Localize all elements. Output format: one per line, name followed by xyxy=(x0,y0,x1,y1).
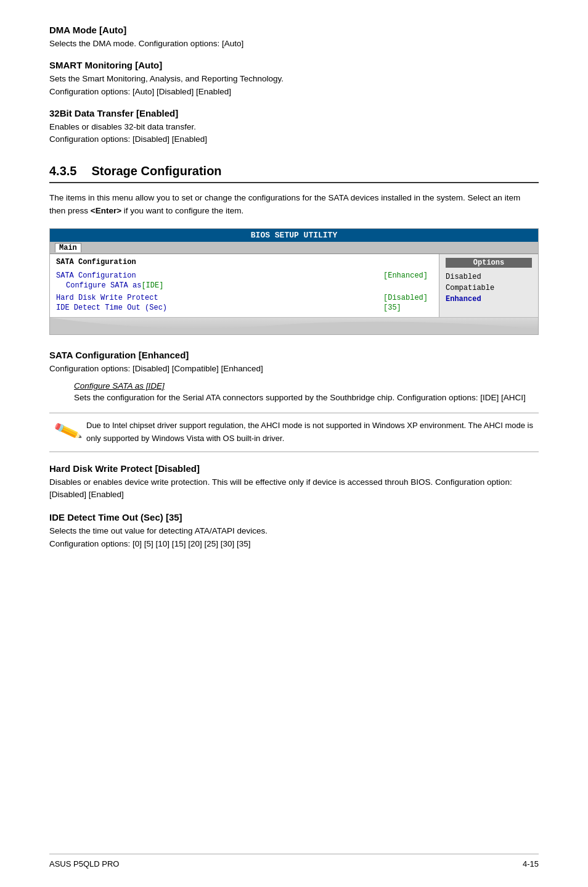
bios-section-header: SATA Configuration xyxy=(56,258,433,266)
bios-main-panel: SATA Configuration SATA Configuration [E… xyxy=(50,254,439,317)
bios-menu-bar: Main xyxy=(50,242,538,254)
bios-value-sata: [Enhanced] xyxy=(383,271,433,280)
note-box: ✏️ Due to Intel chipset driver support r… xyxy=(49,413,539,452)
bios-option-enhanced[interactable]: Enhanced xyxy=(446,294,532,305)
page-footer: ASUS P5QLD PRO 4-15 xyxy=(49,854,539,868)
bios-title: BIOS SETUP UTILITY xyxy=(50,229,538,242)
ide-detect-subsection: IDE Detect Time Out (Sec) [35] Selects t… xyxy=(49,512,539,550)
write-protect-subsection: Hard Disk Write Protect [Disabled] Disab… xyxy=(49,463,539,501)
bios-label-ide-timeout: IDE Detect Time Out (Sec) xyxy=(56,303,383,312)
bios-label-configure-sata: Configure SATA as xyxy=(56,281,141,290)
bios-value-configure-sata: [IDE] xyxy=(141,281,190,290)
bios-main-tab[interactable]: Main xyxy=(55,243,81,252)
note-text: Due to Intel chipset driver support regu… xyxy=(86,419,539,445)
bios-option-compatible[interactable]: Compatiable xyxy=(446,283,532,294)
major-section-header: 4.3.5 Storage Configuration xyxy=(49,164,539,183)
section-number: 4.3.5 xyxy=(49,164,76,178)
footer-left: ASUS P5QLD PRO xyxy=(49,859,119,868)
bios-options-panel: Options Disabled Compatiable Enhanced xyxy=(439,254,538,317)
sata-config-subsection: SATA Configuration [Enhanced] Configurat… xyxy=(49,350,539,405)
32bit-heading: 32Bit Data Transfer [Enabled] xyxy=(49,108,539,118)
bios-label-write-protect: Hard Disk Write Protect xyxy=(56,294,383,302)
smart-monitoring-section: SMART Monitoring [Auto] Sets the Smart M… xyxy=(49,60,539,98)
bios-options-header: Options xyxy=(446,258,532,268)
bios-label-sata: SATA Configuration xyxy=(56,271,383,280)
configure-sata-indent: Sets the configuration for the Serial AT… xyxy=(74,392,539,404)
ide-detect-heading: IDE Detect Time Out (Sec) [35] xyxy=(49,512,539,522)
bios-value-ide-timeout: [35] xyxy=(383,303,433,312)
section-intro: The items in this menu allow you to set … xyxy=(49,192,539,217)
smart-monitoring-text: Sets the Smart Monitoring, Analysis, and… xyxy=(49,73,539,98)
bios-box: BIOS SETUP UTILITY Main SATA Configurati… xyxy=(49,228,539,335)
bios-option-disabled[interactable]: Disabled xyxy=(446,271,532,283)
bios-row-sata-config[interactable]: SATA Configuration [Enhanced] xyxy=(56,271,433,280)
32bit-section: 32Bit Data Transfer [Enabled] Enables or… xyxy=(49,108,539,146)
note-icon: ✏️ xyxy=(49,419,86,443)
bios-row-configure-sata[interactable]: Configure SATA as [IDE] xyxy=(56,281,433,290)
storage-config-major-section: 4.3.5 Storage Configuration The items in… xyxy=(49,164,539,217)
dma-mode-heading: DMA Mode [Auto] xyxy=(49,25,539,35)
bios-body: SATA Configuration SATA Configuration [E… xyxy=(50,254,538,317)
bios-wave-svg xyxy=(50,318,538,334)
ide-detect-text: Selects the time out value for detecting… xyxy=(49,525,539,550)
dma-mode-section: DMA Mode [Auto] Selects the DMA mode. Co… xyxy=(49,25,539,50)
section-title: Storage Configuration xyxy=(91,164,221,178)
bios-value-write-protect: [Disabled] xyxy=(383,294,433,302)
bios-wave-area xyxy=(50,317,538,334)
dma-mode-text: Selects the DMA mode. Configuration opti… xyxy=(49,38,539,50)
write-protect-heading: Hard Disk Write Protect [Disabled] xyxy=(49,463,539,474)
smart-monitoring-heading: SMART Monitoring [Auto] xyxy=(49,60,539,70)
initial-sections: DMA Mode [Auto] Selects the DMA mode. Co… xyxy=(49,25,539,146)
32bit-text: Enables or disables 32-bit data transfer… xyxy=(49,121,539,146)
sata-config-heading: SATA Configuration [Enhanced] xyxy=(49,350,539,360)
bios-row-ide-timeout[interactable]: IDE Detect Time Out (Sec) [35] xyxy=(56,303,433,312)
bios-row-write-protect[interactable]: Hard Disk Write Protect [Disabled] xyxy=(56,294,433,302)
configure-sata-italic: Configure SATA as [IDE] xyxy=(74,381,539,390)
pencil-icon: ✏️ xyxy=(52,416,84,447)
write-protect-text: Disables or enables device write protect… xyxy=(49,476,539,501)
footer-right: 4-15 xyxy=(523,859,539,868)
sata-config-text: Configuration options: [Disabled] [Compa… xyxy=(49,363,539,375)
